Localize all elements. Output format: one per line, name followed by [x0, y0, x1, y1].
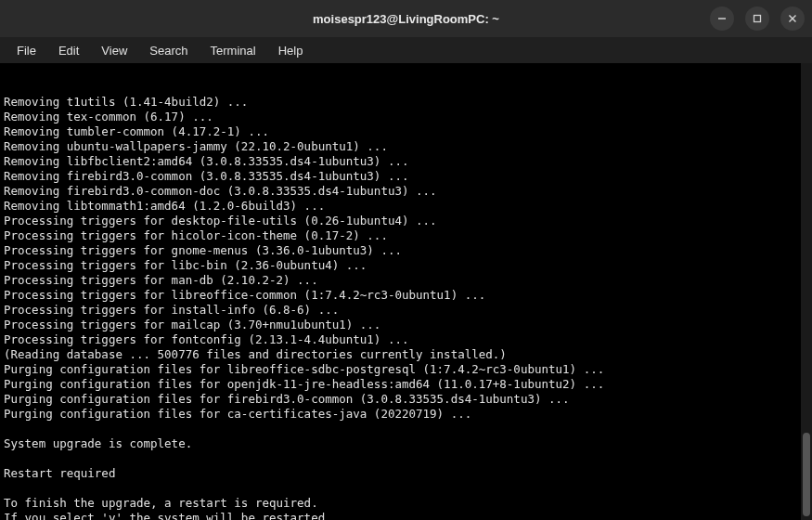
terminal-line: Processing triggers for desktop-file-uti…: [4, 214, 808, 228]
terminal-line: System upgrade is complete.: [4, 436, 808, 451]
terminal-line: (Reading database ... 500776 files and d…: [4, 347, 808, 362]
terminal-line: Processing triggers for man-db (2.10.2-2…: [4, 273, 808, 288]
terminal-line: Purging configuration files for openjdk-…: [4, 377, 808, 392]
terminal-line: Purging configuration files for libreoff…: [4, 362, 808, 377]
terminal-line: Processing triggers for libreoffice-comm…: [4, 288, 808, 303]
terminal-line: Removing firebird3.0-common (3.0.8.33535…: [4, 169, 808, 184]
terminal-output: Removing t1utils (1.41-4build2) ...Remov…: [4, 95, 808, 520]
menu-view[interactable]: View: [92, 41, 136, 60]
terminal-line: Removing libtommath1:amd64 (1.2.0-6build…: [4, 199, 808, 214]
close-icon: [787, 13, 798, 24]
terminal-line: Processing triggers for install-info (6.…: [4, 303, 808, 318]
terminal-line: [4, 451, 808, 466]
menu-terminal[interactable]: Terminal: [201, 41, 265, 60]
menu-help[interactable]: Help: [269, 41, 313, 60]
terminal-line: Processing triggers for fontconfig (2.13…: [4, 332, 808, 347]
window-controls: [710, 6, 805, 31]
terminal-line: To finish the upgrade, a restart is requ…: [4, 496, 808, 511]
terminal-line: Removing ubuntu-wallpapers-jammy (22.10.…: [4, 139, 808, 154]
minimize-button[interactable]: [710, 6, 734, 31]
menu-file[interactable]: File: [7, 41, 45, 60]
maximize-button[interactable]: [745, 6, 769, 31]
titlebar: moisespr123@LivingRoomPC: ~: [0, 0, 812, 37]
terminal-line: Removing firebird3.0-common-doc (3.0.8.3…: [4, 184, 808, 199]
terminal-content[interactable]: Removing t1utils (1.41-4build2) ...Remov…: [0, 63, 812, 520]
terminal-line: Removing t1utils (1.41-4build2) ...: [4, 95, 808, 110]
menu-edit[interactable]: Edit: [49, 41, 88, 60]
terminal-line: Purging configuration files for ca-certi…: [4, 407, 808, 422]
terminal-line: Processing triggers for hicolor-icon-the…: [4, 228, 808, 243]
terminal-line: Processing triggers for mailcap (3.70+nm…: [4, 318, 808, 332]
scrollbar-track[interactable]: [801, 63, 812, 520]
scrollbar-thumb[interactable]: [803, 433, 810, 516]
terminal-line: Processing triggers for gnome-menus (3.3…: [4, 243, 808, 258]
menubar: File Edit View Search Terminal Help: [0, 37, 812, 63]
terminal-line: Restart required: [4, 466, 808, 481]
svg-rect-1: [754, 16, 761, 22]
terminal-line: [4, 422, 808, 436]
terminal-line: Removing tumbler-common (4.17.2-1) ...: [4, 124, 808, 139]
minimize-icon: [716, 13, 728, 24]
menu-search[interactable]: Search: [140, 41, 197, 60]
terminal-line: If you select 'y' the system will be res…: [4, 511, 808, 520]
terminal-line: Processing triggers for libc-bin (2.36-0…: [4, 258, 808, 273]
window-title: moisespr123@LivingRoomPC: ~: [313, 12, 499, 26]
close-button[interactable]: [780, 6, 805, 31]
terminal-line: Purging configuration files for firebird…: [4, 392, 808, 407]
terminal-line: [4, 481, 808, 496]
terminal-line: Removing tex-common (6.17) ...: [4, 110, 808, 124]
terminal-line: Removing libfbclient2:amd64 (3.0.8.33535…: [4, 154, 808, 169]
maximize-icon: [752, 13, 763, 24]
